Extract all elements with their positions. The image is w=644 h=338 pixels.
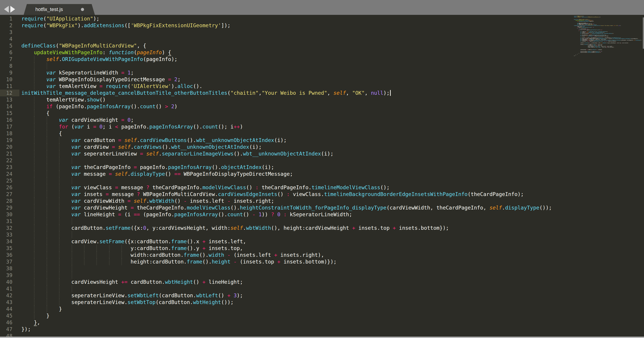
code-line[interactable]: 45}: [0, 312, 644, 319]
line-number[interactable]: 40: [0, 279, 12, 285]
line-number[interactable]: 19: [0, 137, 12, 144]
code-line[interactable]: 36width:cardButton.frame().width - (inse…: [0, 252, 644, 258]
line-number[interactable]: 14: [0, 103, 12, 110]
code-line[interactable]: 4: [0, 35, 644, 42]
line-number[interactable]: 33: [0, 231, 12, 238]
code-line[interactable]: 44}: [0, 306, 644, 312]
line-number[interactable]: 28: [0, 197, 12, 204]
code-line[interactable]: 2require("WBPkgFix").addExtensions(['WBP…: [0, 22, 644, 29]
code-line[interactable]: 40cardViewsHeight += cardButton.wbtHeigh…: [0, 279, 644, 285]
line-number[interactable]: 26: [0, 184, 12, 191]
code-line[interactable]: 13temAlertView.show(): [0, 96, 644, 103]
code-line[interactable]: 32cardButton.setFrame({x:0, y:cardViewsH…: [0, 225, 644, 231]
line-number[interactable]: 48: [0, 333, 12, 337]
code-line[interactable]: 30var lineHeight = (i == (pageInfo.pageI…: [0, 211, 644, 218]
code-line[interactable]: 5defineClass("WBPageInfoMultiCardView", …: [0, 42, 644, 49]
line-number[interactable]: 23: [0, 164, 12, 170]
line-number[interactable]: 22: [0, 157, 12, 164]
line-number[interactable]: 43: [0, 299, 12, 306]
file-tab[interactable]: hotfix_test.js: [24, 4, 95, 15]
line-number[interactable]: 32: [0, 225, 12, 231]
code-line[interactable]: 22: [0, 157, 644, 164]
code-line[interactable]: 18{: [0, 130, 644, 137]
line-number[interactable]: 11: [0, 83, 12, 90]
code-line[interactable]: 47});: [0, 326, 644, 333]
nav-forward-icon[interactable]: [10, 6, 15, 12]
code-line[interactable]: 10var WBPageInfoDisplayTypeDirectMessage…: [0, 76, 644, 83]
code-line[interactable]: 26var viewClass = message ? theCardPageI…: [0, 184, 644, 191]
code-line[interactable]: 16var cardViewsHeight = 0;: [0, 117, 644, 123]
code-line[interactable]: 12initWithTitle_message_delegate_cancelB…: [0, 90, 644, 96]
line-number[interactable]: 25: [0, 177, 12, 184]
code-line[interactable]: 21var seperaterLineView = self.separator…: [0, 150, 644, 157]
code-line[interactable]: 14if (pageInfo.pageInfosArray().count() …: [0, 103, 644, 110]
line-number[interactable]: 10: [0, 76, 12, 83]
code-line[interactable]: 23var theCardPageInfo = pageInfo.pageInf…: [0, 164, 644, 170]
nav-back-icon[interactable]: [4, 6, 9, 12]
line-number[interactable]: 12: [0, 90, 12, 96]
line-number[interactable]: 27: [0, 191, 12, 197]
code-line[interactable]: 34cardView.setFrame({x:cardButton.frame(…: [0, 238, 644, 245]
line-number[interactable]: 35: [0, 245, 12, 252]
code-line[interactable]: 1require("UIApplication");: [0, 15, 644, 22]
line-number[interactable]: 2: [0, 22, 12, 29]
code-line[interactable]: 39: [0, 272, 644, 279]
code-line[interactable]: 35y:cardButton.frame().y + insets.top,: [0, 245, 644, 252]
line-number[interactable]: 13: [0, 96, 12, 103]
code-line[interactable]: 3: [0, 29, 644, 35]
line-number[interactable]: 47: [0, 326, 12, 333]
line-number[interactable]: 45: [0, 312, 12, 319]
code-line[interactable]: 9var kSeperatorLineWidth = 1;: [0, 69, 644, 76]
code-line[interactable]: 27var insets = message ? WBPageInfoMulti…: [0, 191, 644, 197]
code-line[interactable]: 11var temAlertView = require('UIAlertVie…: [0, 83, 644, 90]
code-line[interactable]: 37height:cardButton.frame().height - (in…: [0, 258, 644, 265]
code-line[interactable]: 43seperaterLineView.setWbtTop(cardButton…: [0, 299, 644, 306]
line-number[interactable]: 37: [0, 258, 12, 265]
line-number[interactable]: 18: [0, 130, 12, 137]
line-number[interactable]: 34: [0, 238, 12, 245]
line-number[interactable]: 20: [0, 144, 12, 150]
code-line[interactable]: 48: [0, 333, 644, 337]
line-number[interactable]: 46: [0, 319, 12, 326]
line-number[interactable]: 21: [0, 150, 12, 157]
code-line[interactable]: 7self.ORIGupdateViewWithPageInfo(pageInf…: [0, 56, 644, 63]
line-number[interactable]: 24: [0, 170, 12, 177]
line-number[interactable]: 15: [0, 110, 12, 117]
code-line[interactable]: 41: [0, 285, 644, 292]
code-line[interactable]: 8: [0, 63, 644, 69]
code-line[interactable]: 31: [0, 218, 644, 225]
line-number[interactable]: 6: [0, 49, 12, 56]
line-number[interactable]: 3: [0, 29, 12, 35]
code-line[interactable]: 17for (var i = 0; i < pageInfo.pageInfos…: [0, 123, 644, 130]
line-number[interactable]: 42: [0, 292, 12, 299]
code-line[interactable]: 42seperaterLineView.setWbtLeft(cardButto…: [0, 292, 644, 299]
code-line[interactable]: 15{: [0, 110, 644, 117]
line-number[interactable]: 29: [0, 204, 12, 211]
vertical-scrollbar[interactable]: [643, 17, 644, 49]
code-line[interactable]: 46},: [0, 319, 644, 326]
line-number[interactable]: 36: [0, 252, 12, 258]
line-number[interactable]: 39: [0, 272, 12, 279]
code-line[interactable]: 29var cardViewHeight = theCardPageInfo.m…: [0, 204, 644, 211]
code-line[interactable]: 28var cardViewWidth = self.wbtWidth() - …: [0, 197, 644, 204]
code-line[interactable]: 6updateViewWithPageInfo: function(pageIn…: [0, 49, 644, 56]
line-number[interactable]: 17: [0, 123, 12, 130]
line-number[interactable]: 30: [0, 211, 12, 218]
code-line[interactable]: 19var cardButton = self.cardViewButtons(…: [0, 137, 644, 144]
code-editor-area[interactable]: 1require("UIApplication");2require("WBPk…: [0, 15, 644, 337]
line-number[interactable]: 31: [0, 218, 12, 225]
line-number[interactable]: 38: [0, 265, 12, 272]
code-line[interactable]: 33: [0, 231, 644, 238]
line-number[interactable]: 41: [0, 285, 12, 292]
minimap[interactable]: require("UIApplication");require("WBPkgF…: [574, 16, 644, 57]
line-number[interactable]: 9: [0, 69, 12, 76]
line-number[interactable]: 16: [0, 117, 12, 123]
code-line[interactable]: 20var cardView = self.cardViews().wbt__u…: [0, 144, 644, 150]
line-number[interactable]: 1: [0, 15, 12, 22]
code-line[interactable]: 24var message = self.displayType() == WB…: [0, 170, 644, 177]
code-line[interactable]: 25: [0, 177, 644, 184]
line-number[interactable]: 44: [0, 306, 12, 312]
line-number[interactable]: 7: [0, 56, 12, 63]
line-number[interactable]: 5: [0, 42, 12, 49]
line-number[interactable]: 4: [0, 35, 12, 42]
